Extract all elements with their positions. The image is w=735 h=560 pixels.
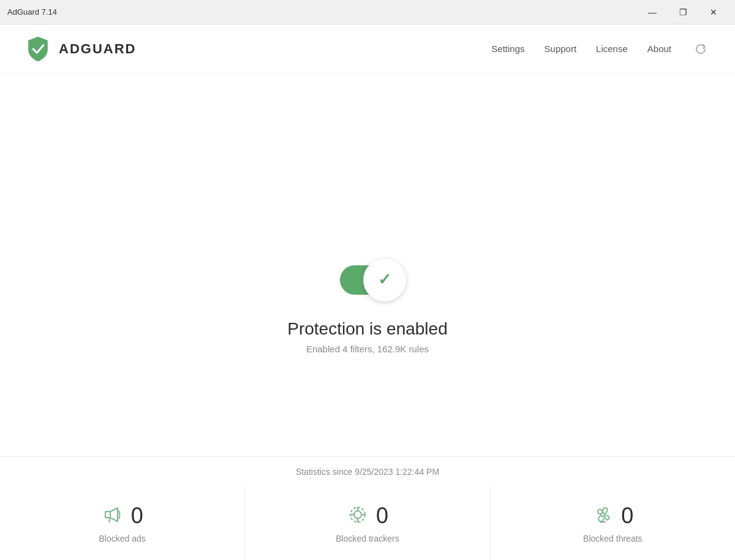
check-icon: ✓ — [378, 270, 391, 289]
maximize-button[interactable]: ❐ — [669, 3, 697, 21]
settings-nav[interactable]: Settings — [491, 44, 524, 54]
svg-rect-0 — [105, 512, 110, 518]
adguard-logo-icon — [24, 36, 51, 62]
protection-status-subtitle: Enabled 4 filters, 162.9K rules — [306, 344, 429, 354]
blocked-ads-label: Blocked ads — [99, 534, 146, 543]
stats-grid: 0 Blocked ads — [0, 486, 735, 560]
refresh-icon — [695, 43, 707, 55]
toggle-wrapper: ✓ — [325, 255, 410, 305]
biohazard-icon — [592, 504, 614, 529]
stat-blocked-ads-top: 0 — [102, 503, 143, 529]
window-controls: — ❐ ✕ — [638, 3, 728, 21]
stat-blocked-trackers: 0 Blocked trackers — [245, 486, 490, 560]
logo-area: ADGUARD — [24, 36, 136, 62]
protection-status-title: Protection is enabled — [287, 319, 448, 339]
blocked-threats-label: Blocked threats — [583, 534, 643, 543]
logo-text: ADGUARD — [59, 41, 136, 57]
title-bar: AdGuard 7.14 — ❐ ✕ — [0, 0, 735, 25]
stat-blocked-threats-top: 0 — [592, 503, 633, 529]
license-nav[interactable]: License — [596, 44, 628, 54]
blocked-ads-count: 0 — [131, 503, 143, 529]
app-title: AdGuard 7.14 — [7, 7, 57, 17]
target-icon — [347, 504, 369, 529]
megaphone-icon — [102, 504, 124, 529]
svg-point-3 — [354, 511, 361, 518]
blocked-trackers-count: 0 — [376, 503, 388, 529]
protection-toggle[interactable]: ✓ — [340, 265, 395, 295]
refresh-button[interactable] — [691, 39, 710, 59]
protection-toggle-area: ✓ Protection is enabled Enabled 4 filter… — [287, 255, 448, 354]
header: ADGUARD Settings Support License About — [0, 25, 735, 74]
about-nav[interactable]: About — [647, 44, 671, 54]
stat-blocked-threats: 0 Blocked threats — [491, 486, 735, 560]
stats-section: Statistics since 9/25/2023 1:22:44 PM — [0, 456, 735, 560]
toggle-thumb: ✓ — [363, 259, 406, 301]
support-nav[interactable]: Support — [545, 44, 577, 54]
minimize-button[interactable]: — — [638, 3, 666, 21]
stat-blocked-ads: 0 Blocked ads — [0, 486, 245, 560]
stat-blocked-trackers-top: 0 — [347, 503, 388, 529]
main-content: ✓ Protection is enabled Enabled 4 filter… — [0, 74, 735, 560]
blocked-threats-count: 0 — [621, 503, 633, 529]
blocked-trackers-label: Blocked trackers — [336, 534, 399, 543]
close-button[interactable]: ✕ — [699, 3, 728, 21]
app-container: ADGUARD Settings Support License About — [0, 25, 735, 560]
navigation: Settings Support License About — [491, 39, 710, 59]
stats-since-label: Statistics since 9/25/2023 1:22:44 PM — [0, 456, 735, 486]
svg-line-1 — [109, 518, 110, 522]
